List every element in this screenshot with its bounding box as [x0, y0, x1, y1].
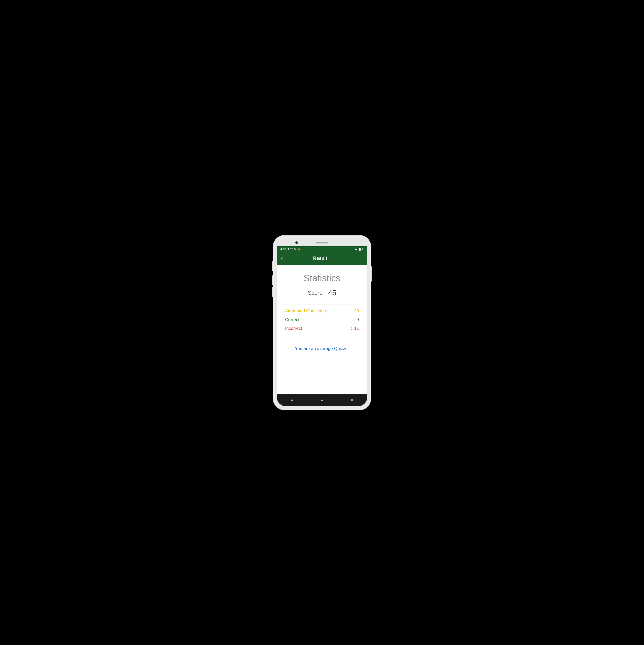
statistics-heading: Statistics: [304, 273, 340, 284]
phone-camera: [295, 241, 298, 244]
score-value: 45: [328, 289, 336, 297]
correct-colon-value: : 9: [353, 317, 359, 322]
wifi-icon: ▾▴: [355, 248, 357, 250]
phone-device: 4:10 ⚙ 🛡 ↻ 🔒 ▾▴ ▐▌ ▮ ‹ Result Statistics…: [273, 235, 371, 410]
settings-icon: ⚙: [287, 248, 289, 250]
status-time: 4:10: [281, 247, 286, 251]
attempted-value: 20: [354, 308, 359, 314]
correct-row: Correct : 9: [285, 317, 359, 322]
score-row: Score : 45: [308, 289, 336, 297]
sync-icon: ↻: [294, 248, 296, 250]
score-label: Score :: [308, 289, 326, 296]
shield-icon: 🛡: [291, 248, 293, 250]
result-message: You are an average Quizzer: [295, 346, 349, 351]
incorrect-row: Incorrect : 11: [285, 326, 359, 331]
status-right-icons: ▾▴ ▐▌ ▮: [355, 248, 363, 250]
nav-bar: ◄ ● ■: [277, 394, 367, 406]
main-content: Statistics Score : 45 Attempted Question…: [277, 265, 367, 394]
phone-speaker: [316, 242, 328, 243]
stats-section: Attempted Questions : 20 Correct : 9 Inc…: [283, 308, 361, 335]
correct-label: Correct: [285, 317, 299, 322]
nav-home-button[interactable]: ●: [317, 396, 327, 405]
status-bar: 4:10 ⚙ 🛡 ↻ 🔒 ▾▴ ▐▌ ▮: [277, 246, 367, 252]
incorrect-colon-value: : 11: [351, 326, 359, 331]
attempted-row: Attempted Questions : 20: [285, 308, 359, 314]
attempted-label: Attempted Questions :: [285, 308, 328, 314]
incorrect-label: Incorrect: [285, 326, 302, 331]
back-button[interactable]: ‹: [281, 256, 283, 261]
signal-icon: ▐▌: [358, 248, 361, 250]
lock-icon: 🔒: [297, 248, 300, 250]
battery-icon: ▮: [362, 248, 363, 250]
nav-recent-button[interactable]: ■: [347, 396, 357, 405]
phone-screen: 4:10 ⚙ 🛡 ↻ 🔒 ▾▴ ▐▌ ▮ ‹ Result Statistics…: [277, 239, 367, 406]
app-bar: ‹ Result: [277, 252, 367, 265]
phone-top-bar: [277, 239, 367, 246]
nav-back-button[interactable]: ◄: [287, 396, 297, 405]
app-title: Result: [287, 256, 353, 261]
divider-top: [283, 304, 361, 304]
